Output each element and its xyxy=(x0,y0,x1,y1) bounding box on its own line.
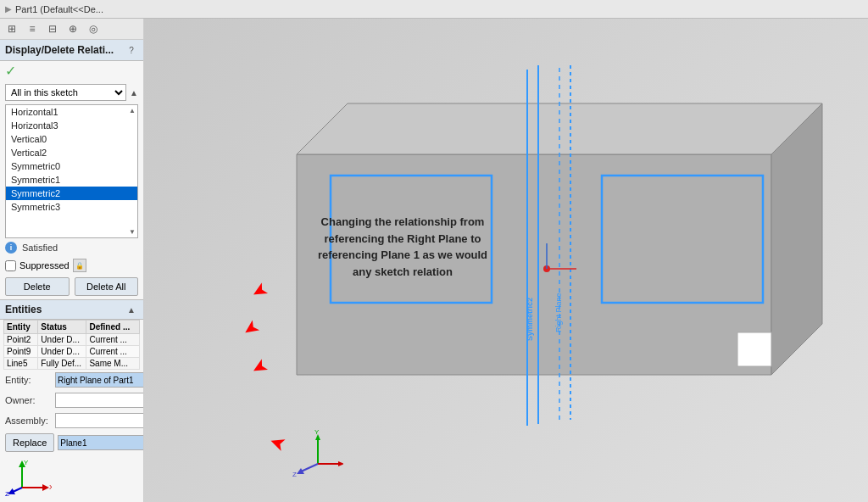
svg-text:Z: Z xyxy=(5,490,9,496)
relation-item-symmetric1[interactable]: Symmetric1 xyxy=(6,173,137,187)
toolbar-icon-3[interactable]: ⊟ xyxy=(44,20,61,37)
relation-item-horizontal1[interactable]: Horizontal1 xyxy=(6,105,137,119)
table-row[interactable]: Line5 Fully Def... Same M... xyxy=(4,358,140,370)
scroll-indicator: ▲ ▼ xyxy=(128,105,136,237)
cell-status: Fully Def... xyxy=(38,358,86,370)
plane-input[interactable] xyxy=(58,435,144,450)
cell-defined: Current ... xyxy=(86,346,140,358)
owner-input[interactable] xyxy=(55,393,144,408)
breadcrumb-arrow: ▶ xyxy=(5,4,12,14)
relations-list[interactable]: Horizontal1 Horizontal3 Vertical0 Vertic… xyxy=(5,104,138,238)
svg-line-2 xyxy=(9,488,22,494)
model-3d-svg: Symmetric2 Right Plane xyxy=(144,19,868,502)
info-icon: i xyxy=(5,242,17,254)
breadcrumb-text: Part1 (Default<<De... xyxy=(15,4,103,14)
annotation-text: Changing the relationship from referenci… xyxy=(309,214,496,280)
svg-text:Symmetric2: Symmetric2 xyxy=(526,298,534,341)
left-panel: ⊞ ≡ ⊟ ⊕ ◎ Display/Delete Relati... ? ✓ A… xyxy=(0,19,144,502)
entities-title: Entities xyxy=(5,304,42,315)
toolbar-icon-5[interactable]: ◎ xyxy=(85,20,102,37)
entities-section-header: Entities ▲ xyxy=(0,299,143,320)
coord-widget: Y X Z xyxy=(0,455,143,502)
panel-header: Display/Delete Relati... ? xyxy=(0,40,143,61)
assembly-label: Assembly: xyxy=(5,416,52,426)
col-entity: Entity xyxy=(4,321,38,334)
accept-check[interactable]: ✓ xyxy=(0,61,143,81)
relation-item-vertical0[interactable]: Vertical0 xyxy=(6,132,137,146)
cell-status: Under D... xyxy=(38,346,86,358)
replace-button[interactable]: Replace xyxy=(5,433,54,452)
svg-text:Z: Z xyxy=(292,471,297,477)
entity-label: Entity: xyxy=(5,375,52,385)
filter-row: All in this sketch All in model Dangling… xyxy=(0,81,143,104)
list-scroll-up[interactable]: ▲ xyxy=(129,107,136,114)
svg-text:Y: Y xyxy=(314,430,320,436)
relation-item-symmetric2[interactable]: Symmetric2 xyxy=(6,187,137,200)
svg-text:Y: Y xyxy=(24,459,29,466)
relation-item-symmetric3[interactable]: Symmetric3 xyxy=(6,200,137,214)
suppressed-label: Suppressed xyxy=(19,260,70,271)
delete-button[interactable]: Delete xyxy=(5,277,70,296)
suppressed-icon: 🔒 xyxy=(73,259,86,272)
assembly-field-row: Assembly: xyxy=(0,410,143,431)
relation-item-vertical2[interactable]: Vertical2 xyxy=(6,146,137,159)
table-row[interactable]: Point9 Under D... Current ... xyxy=(4,346,140,358)
entity-field-row: Entity: xyxy=(0,370,143,390)
entity-input[interactable] xyxy=(55,372,144,388)
entities-table-container: Entity Status Defined ... Point2 Under D… xyxy=(3,320,140,370)
owner-field-row: Owner: xyxy=(0,390,143,410)
entities-collapse-icon[interactable]: ▲ xyxy=(125,303,138,316)
cell-status: Under D... xyxy=(38,334,86,346)
svg-rect-22 xyxy=(737,332,771,366)
panel-title: Display/Delete Relati... xyxy=(5,44,114,56)
table-row[interactable]: Point2 Under D... Current ... xyxy=(4,334,140,346)
suppressed-checkbox[interactable] xyxy=(5,260,16,271)
cell-defined: Same M... xyxy=(86,358,140,370)
scroll-up-btn[interactable]: ▲ xyxy=(130,88,138,98)
col-status: Status xyxy=(38,321,86,334)
svg-text:Right Plane: Right Plane xyxy=(554,293,563,332)
toolbar-icon-1[interactable]: ⊞ xyxy=(3,20,20,37)
status-text: Satisfied xyxy=(22,243,58,253)
assembly-input[interactable] xyxy=(55,413,144,428)
viewport-axes: Y X Z xyxy=(292,430,343,477)
main-area: ⊞ ≡ ⊟ ⊕ ◎ Display/Delete Relati... ? ✓ A… xyxy=(0,19,868,502)
filter-select[interactable]: All in this sketch All in model Dangling… xyxy=(5,84,126,101)
relation-item-symmetric0[interactable]: Symmetric0 xyxy=(6,159,137,173)
coord-axes-svg: Y X Z xyxy=(5,458,52,496)
buttons-row: Delete Delete All xyxy=(0,274,143,299)
viewport: Symmetric2 Right Plane ➤ ➤ ➤ ➤ Changing … xyxy=(144,19,868,502)
cell-entity: Line5 xyxy=(4,358,38,370)
suppressed-row: Suppressed 🔒 xyxy=(0,257,143,274)
entities-table: Entity Status Defined ... Point2 Under D… xyxy=(3,320,140,370)
panel-header-icons: ? xyxy=(125,43,138,57)
delete-all-button[interactable]: Delete All xyxy=(75,277,139,296)
cell-entity: Point9 xyxy=(4,346,38,358)
status-area: i Satisfied xyxy=(0,238,143,257)
col-defined: Defined ... xyxy=(86,321,140,334)
replace-row: Replace xyxy=(0,431,143,455)
help-icon[interactable]: ? xyxy=(125,43,138,57)
top-toolbar: ⊞ ≡ ⊟ ⊕ ◎ xyxy=(0,19,143,40)
owner-label: Owner: xyxy=(5,395,52,405)
relation-item-horizontal3[interactable]: Horizontal3 xyxy=(6,119,137,132)
breadcrumb-bar: ▶ Part1 (Default<<De... xyxy=(0,0,868,19)
toolbar-icon-4[interactable]: ⊕ xyxy=(64,20,81,37)
list-scroll-down[interactable]: ▼ xyxy=(129,228,136,236)
cell-entity: Point2 xyxy=(4,334,38,346)
toolbar-icon-2[interactable]: ≡ xyxy=(24,20,41,37)
svg-text:X: X xyxy=(49,483,52,491)
cell-defined: Current ... xyxy=(86,334,140,346)
